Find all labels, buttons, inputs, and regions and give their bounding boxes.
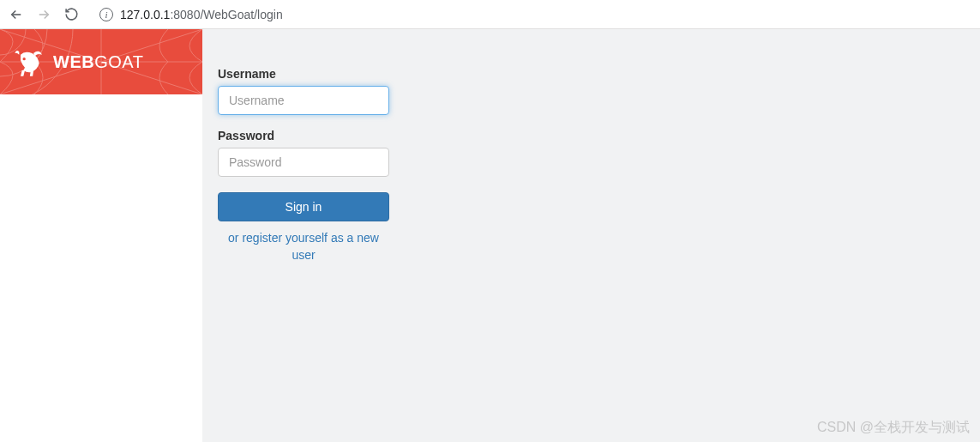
site-info-icon[interactable]: i xyxy=(99,8,113,21)
svg-point-3 xyxy=(23,58,26,60)
brand-title: WEBGOAT xyxy=(53,52,143,72)
sidebar: WEBGOAT xyxy=(0,29,202,442)
password-input[interactable] xyxy=(218,148,389,177)
brand-header: WEBGOAT xyxy=(0,29,202,94)
url-text: 127.0.0.1:8080/WebGoat/login xyxy=(120,8,283,21)
login-form: Username Password Sign in or register yo… xyxy=(218,67,389,263)
back-button[interactable] xyxy=(9,7,24,22)
page-body: WEBGOAT Username Password Sign in or reg… xyxy=(0,29,980,442)
watermark-text: CSDN @全栈开发与测试 xyxy=(817,419,970,437)
forward-button[interactable] xyxy=(36,7,51,22)
password-label: Password xyxy=(218,129,389,142)
signin-button[interactable]: Sign in xyxy=(218,192,389,221)
browser-toolbar: i 127.0.0.1:8080/WebGoat/login xyxy=(0,0,980,29)
main-content: Username Password Sign in or register yo… xyxy=(202,29,980,442)
register-link[interactable]: or register yourself as a new user xyxy=(218,230,389,263)
username-input[interactable] xyxy=(218,86,389,115)
username-label: Username xyxy=(218,67,389,81)
webgoat-logo-icon xyxy=(12,45,46,79)
reload-button[interactable] xyxy=(63,7,79,22)
address-bar[interactable]: i 127.0.0.1:8080/WebGoat/login xyxy=(91,3,971,27)
